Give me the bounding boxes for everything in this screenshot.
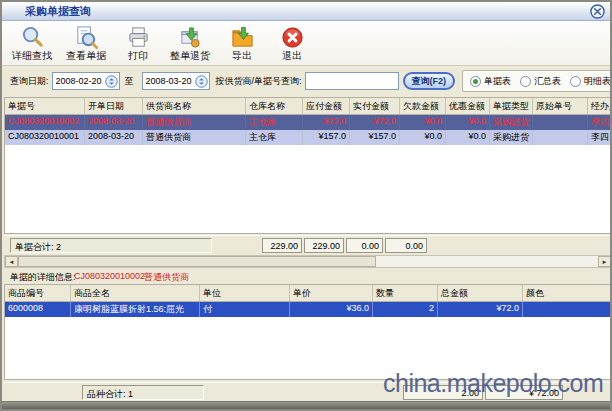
toolbar-button-label: 详细查找	[12, 50, 52, 62]
toolbar-button-print[interactable]: 打印	[116, 23, 160, 64]
column-header[interactable]: 单位	[200, 285, 290, 301]
toolbar-button-detail-search[interactable]: 详细查找	[8, 23, 56, 64]
toolbar-button-view-bill[interactable]: 查看单据	[62, 23, 110, 64]
toolbar-button-return-goods[interactable]: 整单退货	[166, 23, 214, 64]
table-cell: ¥157.0	[350, 130, 400, 145]
column-header[interactable]: 经办人	[588, 98, 611, 114]
table-cell: 李四	[588, 130, 611, 145]
table-cell: 2008-03-20	[85, 115, 143, 130]
date-range-label: 查询日期:	[10, 75, 49, 88]
table-cell: 付	[200, 302, 290, 317]
table-cell: ¥0.0	[400, 130, 446, 145]
detail-info-line: 单据的详细信息: CJ080320010002 普通供货商	[4, 269, 612, 283]
table-cell: ¥0.0	[446, 115, 490, 130]
table-cell: 主仓库	[246, 130, 303, 145]
radio-summary-table[interactable]: 汇总表	[520, 75, 561, 88]
date-picker-icon[interactable]	[105, 75, 118, 88]
column-header[interactable]: 优惠金额	[446, 98, 490, 114]
bills-table: 单据号 开单日期 供货商名称 仓库名称 应付金额 实付金额 欠款金额 优惠金额 …	[4, 97, 612, 234]
supplier-billno-search-input[interactable]	[305, 72, 399, 90]
table-cell: ¥0.0	[446, 130, 490, 145]
query-bar: 查询日期: 至 按供货商/单据号查询: 查询(F2) 单据表	[2, 66, 610, 96]
toolbar-button-label: 查看单据	[66, 50, 106, 62]
column-header[interactable]: 数量	[373, 285, 438, 301]
bills-table-header: 单据号 开单日期 供货商名称 仓库名称 应付金额 实付金额 欠款金额 优惠金额 …	[5, 98, 611, 115]
table-cell: CJ080320010002	[5, 115, 85, 130]
column-header[interactable]: 原始单号	[533, 98, 588, 114]
column-header[interactable]: 总金额	[438, 285, 523, 301]
table-cell: 主仓库	[246, 115, 303, 130]
column-header[interactable]: 单价	[290, 285, 373, 301]
table-cell: 6000008	[5, 302, 71, 317]
column-header[interactable]: 开单日期	[85, 98, 143, 114]
total-paid: 229.00	[304, 238, 344, 253]
table-cell: ¥72.0	[438, 302, 523, 317]
horizontal-scrollbar[interactable]: ◄ ►	[4, 255, 612, 268]
total-payable: 229.00	[262, 238, 302, 253]
toolbar: 详细查找 查看单据 打印	[2, 21, 610, 66]
title-bar: 采购单据查询	[2, 2, 610, 21]
column-header[interactable]: 供货商名称	[143, 98, 246, 114]
toolbar-button-export[interactable]: 导出	[220, 23, 264, 64]
detail-info-label: 单据的详细信息:	[10, 271, 76, 284]
toolbar-button-label: 导出	[232, 50, 252, 62]
scroll-left-arrow-icon[interactable]: ◄	[5, 256, 18, 267]
to-label: 至	[125, 75, 134, 88]
table-cell: 李四	[588, 115, 611, 130]
radio-bill-table[interactable]: 单据表	[470, 75, 511, 88]
total-owed: 0.00	[346, 238, 383, 253]
scrollbar-thumb[interactable]	[18, 256, 376, 267]
table-cell: 康明树脂蓝膜折射1.56:屈光	[71, 302, 200, 317]
export-icon	[230, 25, 255, 50]
date-from-field	[52, 72, 120, 90]
table-cell: 采购进货	[490, 130, 533, 145]
column-header[interactable]: 商品全名	[71, 285, 200, 301]
bills-total-label: 单据合计: 2	[10, 238, 212, 253]
window-bottom-edge	[2, 401, 610, 410]
radio-label: 单据表	[484, 75, 511, 88]
table-cell: 2008-03-20	[85, 130, 143, 145]
column-header[interactable]: 实付金额	[350, 98, 400, 114]
column-header[interactable]: 单据类型	[490, 98, 533, 114]
toolbar-button-label: 整单退货	[170, 50, 210, 62]
table-cell: ¥72.0	[303, 115, 350, 130]
table-cell: ¥72.0	[350, 115, 400, 130]
view-bill-icon	[74, 25, 99, 50]
scroll-right-arrow-icon[interactable]: ►	[598, 256, 611, 267]
search-icon	[20, 25, 45, 50]
close-button[interactable]	[590, 4, 605, 19]
radio-label: 汇总表	[534, 75, 561, 88]
detail-row-selected[interactable]: 6000008 康明树脂蓝膜折射1.56:屈光 付 ¥36.0 2 ¥72.0	[5, 302, 611, 317]
table-cell	[523, 302, 611, 317]
column-header[interactable]: 单据号	[5, 98, 85, 114]
radio-selected-icon	[470, 76, 481, 87]
column-header[interactable]: 商品编号	[5, 285, 71, 301]
radio-icon	[570, 76, 581, 87]
date-picker-icon[interactable]	[195, 75, 208, 88]
column-header[interactable]: 应付金额	[303, 98, 350, 114]
toolbar-button-label: 退出	[282, 50, 302, 62]
table-cell: 采购进货	[490, 115, 533, 130]
supplier-billno-search-label: 按供货商/单据号查询:	[216, 75, 302, 88]
table-row-selected[interactable]: CJ080320010002 2008-03-20 普通供货商 主仓库 ¥72.…	[5, 115, 611, 130]
radio-detail-table[interactable]: 明细表	[570, 75, 611, 88]
exit-icon	[280, 25, 305, 50]
date-from-input[interactable]	[56, 76, 105, 86]
toolbar-button-exit[interactable]: 退出	[270, 23, 314, 64]
watermark: china.makepolo.com	[383, 369, 603, 398]
date-to-input[interactable]	[146, 76, 195, 86]
column-header[interactable]: 欠款金额	[400, 98, 446, 114]
table-cell	[533, 115, 588, 130]
bills-totals-bar: 单据合计: 2 229.00 229.00 0.00 0.00	[4, 235, 612, 254]
column-header[interactable]: 颜色	[523, 285, 611, 301]
toolbar-button-label: 打印	[128, 50, 148, 62]
table-cell: 普通供货商	[143, 115, 246, 130]
return-goods-icon	[178, 25, 203, 50]
table-cell: ¥157.0	[303, 130, 350, 145]
total-discount: 0.00	[385, 238, 427, 253]
column-header[interactable]: 仓库名称	[246, 98, 303, 114]
query-button[interactable]: 查询(F2)	[403, 72, 456, 90]
table-row[interactable]: CJ080320010001 2008-03-20 普通供货商 主仓库 ¥157…	[5, 130, 611, 145]
date-to-field	[142, 72, 210, 90]
radio-icon	[520, 76, 531, 87]
